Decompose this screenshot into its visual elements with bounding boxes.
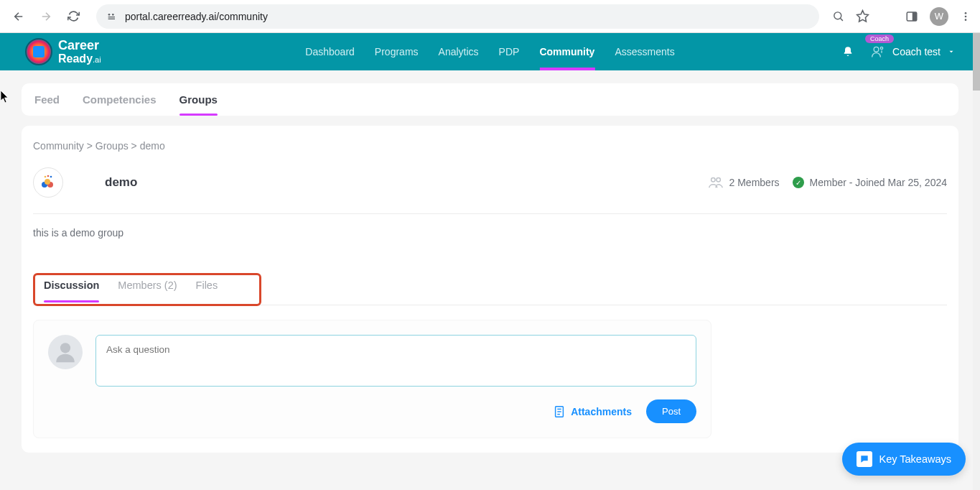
logo-mark-icon <box>25 38 52 65</box>
svg-point-15 <box>45 176 47 178</box>
forward-button[interactable] <box>36 6 56 27</box>
cursor-icon <box>1 91 10 106</box>
svg-rect-2 <box>108 17 115 17</box>
scrollbar[interactable] <box>973 33 980 490</box>
svg-point-20 <box>60 343 70 353</box>
back-button[interactable] <box>9 6 29 27</box>
nav-dashboard[interactable]: Dashboard <box>305 34 355 69</box>
nav-analytics[interactable]: Analytics <box>439 34 479 69</box>
svg-point-9 <box>965 19 967 21</box>
bookmark-star-icon[interactable] <box>856 9 869 23</box>
content-card: Community > Groups > demo demo 2 Members… <box>22 126 958 453</box>
group-tabs-highlighted: Discussion Members (2) Files <box>33 273 261 306</box>
user-avatar-icon <box>48 335 83 369</box>
members-icon <box>708 176 724 189</box>
bell-icon[interactable] <box>842 46 854 57</box>
url-text: portal.careerready.ai/community <box>125 11 268 22</box>
user-icon <box>871 45 885 59</box>
panel-icon[interactable] <box>905 10 918 23</box>
community-subtabs: Feed Competencies Groups <box>22 83 958 116</box>
question-input[interactable] <box>95 335 696 387</box>
post-button[interactable]: Post <box>646 399 696 423</box>
member-count: 2 Members <box>729 177 780 188</box>
chevron-down-icon <box>948 48 955 55</box>
nav-programs[interactable]: Programs <box>375 34 419 69</box>
member-status: Member - Joined Mar 25, 2024 <box>810 177 947 188</box>
group-title: demo <box>105 175 137 190</box>
svg-rect-3 <box>108 18 115 19</box>
tab-files[interactable]: Files <box>196 279 218 294</box>
tab-competencies[interactable]: Competencies <box>83 83 157 116</box>
user-menu[interactable]: Coach Coach test <box>871 45 955 59</box>
svg-point-7 <box>965 12 967 14</box>
nav-pdp[interactable]: PDP <box>499 34 520 69</box>
tab-feed[interactable]: Feed <box>34 83 60 116</box>
browser-toolbar: portal.careerready.ai/community W <box>0 0 980 33</box>
profile-avatar[interactable]: W <box>930 7 948 26</box>
svg-point-19 <box>716 178 720 182</box>
main-navbar: Career Ready.ai Dashboard Programs Analy… <box>0 33 980 70</box>
zoom-icon[interactable] <box>832 10 844 22</box>
logo-text: Career Ready.ai <box>58 39 101 65</box>
group-header: demo 2 Members ✓ Member - Joined Mar 25,… <box>33 167 947 214</box>
tab-groups[interactable]: Groups <box>179 83 218 116</box>
address-bar[interactable]: portal.careerready.ai/community <box>96 4 819 29</box>
new-post-card: Attachments Post <box>33 320 711 438</box>
attachments-link[interactable]: Attachments <box>554 405 632 418</box>
reload-button[interactable] <box>63 6 83 27</box>
svg-rect-6 <box>913 12 917 21</box>
svg-point-4 <box>834 12 841 19</box>
svg-point-1 <box>112 14 114 16</box>
menu-dots-icon[interactable] <box>960 11 971 22</box>
nav-community[interactable]: Community <box>539 34 594 69</box>
breadcrumb-community[interactable]: Community <box>33 140 84 152</box>
svg-point-17 <box>50 176 52 178</box>
breadcrumb-groups[interactable]: Groups <box>95 140 129 152</box>
tab-members[interactable]: Members (2) <box>118 279 177 294</box>
coach-badge: Coach <box>865 34 894 43</box>
nav-assessments[interactable]: Assessments <box>615 34 674 69</box>
site-settings-icon <box>106 11 118 22</box>
group-description: this is a demo group <box>33 227 947 239</box>
key-takeaways-button[interactable]: Key Takeaways <box>842 443 966 476</box>
svg-point-18 <box>711 178 715 182</box>
scroll-thumb[interactable] <box>973 33 980 91</box>
svg-point-16 <box>47 175 50 177</box>
tab-discussion[interactable]: Discussion <box>44 279 99 294</box>
svg-point-11 <box>880 47 882 49</box>
check-badge-icon: ✓ <box>793 177 804 188</box>
svg-point-8 <box>965 15 967 17</box>
svg-point-14 <box>45 179 50 185</box>
chat-icon <box>857 451 872 467</box>
user-name: Coach test <box>892 46 941 57</box>
attachment-icon <box>554 405 565 418</box>
svg-point-0 <box>108 14 111 16</box>
breadcrumb: Community > Groups > demo <box>33 140 947 152</box>
group-avatar-icon <box>33 167 63 198</box>
logo[interactable]: Career Ready.ai <box>25 38 101 65</box>
svg-point-10 <box>874 47 879 52</box>
breadcrumb-current: demo <box>140 140 165 152</box>
